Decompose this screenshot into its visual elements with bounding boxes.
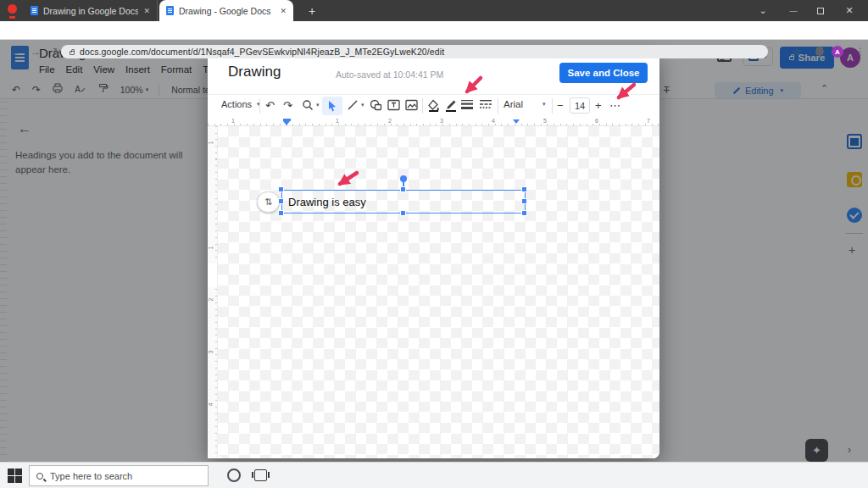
- save-and-close-button[interactable]: Save and Close: [559, 63, 648, 83]
- fill-color-tool-icon[interactable]: [427, 99, 440, 112]
- ruler-number: 6: [595, 118, 598, 124]
- bookmark-star-icon[interactable]: ☆: [787, 42, 807, 61]
- search-icon: [36, 473, 43, 480]
- ruler-number: 4: [492, 118, 495, 124]
- horizontal-ruler: [208, 118, 659, 126]
- ruler-number: 5: [543, 118, 547, 124]
- resize-handle-nw[interactable]: [278, 186, 284, 192]
- actions-label: Actions: [221, 99, 252, 109]
- border-weight-tool-icon[interactable]: [460, 99, 474, 109]
- text-box-tool-icon[interactable]: [387, 99, 400, 111]
- font-size-input[interactable]: 14: [570, 97, 590, 114]
- font-family-select[interactable]: Arial ▾: [504, 99, 546, 109]
- rotation-handle[interactable]: [400, 175, 407, 182]
- tab-close-icon[interactable]: ✕: [280, 7, 287, 15]
- insert-image-tool-icon[interactable]: [405, 99, 418, 111]
- window-menu-chevron-icon[interactable]: ⌄: [749, 0, 776, 21]
- ruler-number: 3: [440, 118, 443, 124]
- chevron-down-icon: ▾: [361, 102, 364, 108]
- ruler-number: 1: [208, 141, 214, 145]
- start-button[interactable]: [8, 469, 22, 483]
- drawing-canvas[interactable]: [218, 126, 659, 458]
- docs-favicon-icon: [166, 6, 174, 15]
- divider: [422, 98, 423, 114]
- border-dash-tool-icon[interactable]: [479, 99, 492, 109]
- search-placeholder: Type here to search: [50, 471, 132, 481]
- recording-indicator-icon: [8, 4, 17, 14]
- chevron-down-icon: ▾: [542, 101, 546, 108]
- task-view-icon[interactable]: [254, 469, 267, 481]
- ruler-number: 7: [647, 118, 650, 124]
- ruler-highlight: [208, 263, 217, 287]
- ruler-number: 3: [208, 351, 214, 354]
- actions-menu-button[interactable]: Actions ▾: [221, 99, 260, 109]
- forward-icon[interactable]: →: [25, 42, 46, 61]
- window-close-button[interactable]: ✕: [836, 0, 863, 21]
- divider: [259, 98, 260, 114]
- resize-handle-s[interactable]: [400, 210, 406, 216]
- cortana-icon[interactable]: [227, 469, 241, 482]
- taskbar-search-box[interactable]: Type here to search: [29, 465, 209, 486]
- border-color-tool-icon[interactable]: [445, 99, 457, 112]
- divider: [552, 98, 553, 114]
- new-tab-button[interactable]: +: [303, 3, 320, 19]
- browser-toolbar: ← → ↻ docs.google.com/document/d/1Nsqaf4…: [0, 21, 868, 40]
- address-bar[interactable]: docs.google.com/document/d/1Nsqaf4_PGevS…: [61, 45, 768, 58]
- ruler-number: 4: [208, 403, 214, 407]
- ruler-number: 2: [388, 118, 392, 124]
- window-maximize-button[interactable]: [807, 0, 834, 21]
- resize-handle-w[interactable]: [278, 198, 284, 204]
- drawing-dialog: Drawing Auto-saved at 10:04:41 PM Save a…: [208, 53, 659, 458]
- divider: [498, 98, 498, 114]
- browser-menu-kebab-icon[interactable]: ⋮: [850, 42, 868, 61]
- extensions-icon[interactable]: [810, 42, 830, 61]
- shape-tool-icon[interactable]: [370, 99, 382, 111]
- redo-icon[interactable]: ↷: [283, 99, 292, 112]
- recording-indicator-dash: [9, 16, 15, 19]
- window-minimize-button[interactable]: —: [780, 0, 807, 21]
- ruler-number: 1: [231, 118, 235, 124]
- undo-icon[interactable]: ↶: [265, 99, 275, 112]
- tab-close-icon[interactable]: ✕: [143, 7, 150, 15]
- ruler-number: 2: [208, 298, 214, 302]
- windows-taskbar: Type here to search L M 48% 23°C Clear ∧…: [0, 462, 868, 488]
- increase-font-size-button[interactable]: +: [595, 99, 602, 112]
- text-box-content: Drawing is easy: [288, 196, 366, 208]
- screen: Drawing in Google Docs - Googl ✕ Drawing…: [0, 0, 868, 488]
- resize-handle-sw[interactable]: [278, 210, 284, 216]
- browser-profile-avatar[interactable]: A: [832, 46, 843, 58]
- browser-tab-active[interactable]: Drawing - Google Docs ✕: [159, 0, 293, 21]
- chevron-down-icon: ▾: [316, 102, 320, 108]
- browser-tabstrip: Drawing in Google Docs - Googl ✕ Drawing…: [0, 0, 868, 21]
- decrease-font-size-button[interactable]: −: [557, 99, 564, 112]
- maximize-icon: [817, 8, 824, 14]
- zoom-tool-icon[interactable]: ▾: [302, 99, 320, 111]
- resize-handle-e[interactable]: [521, 198, 527, 204]
- ruler-number: 1: [336, 118, 339, 124]
- vertical-align-button[interactable]: ⇅: [257, 191, 280, 213]
- url-text: docs.google.com/document/d/1Nsqaf4_PGevS…: [80, 47, 444, 57]
- arrow-to-border-weight: [467, 78, 481, 92]
- https-lock-icon: [70, 51, 75, 55]
- back-icon[interactable]: ←: [5, 42, 25, 61]
- font-family-value: Arial: [504, 99, 523, 109]
- tab-title: Drawing - Google Docs: [179, 6, 275, 16]
- more-options-button[interactable]: ⋯: [609, 99, 620, 112]
- ruler-number: 1: [208, 247, 214, 250]
- line-tool-icon[interactable]: ▾: [347, 99, 364, 111]
- select-tool-icon[interactable]: [322, 97, 342, 115]
- dialog-title: Drawing: [228, 64, 281, 80]
- vertical-ruler: 1 1 2 3 4: [208, 126, 218, 458]
- resize-handle-ne[interactable]: [521, 186, 527, 192]
- browser-tab-inactive[interactable]: Drawing in Google Docs - Googl ✕: [24, 0, 158, 21]
- autosave-status: Auto-saved at 10:04:41 PM: [336, 69, 443, 80]
- tab-title: Drawing in Google Docs - Googl: [43, 6, 138, 16]
- docs-favicon-icon: [31, 6, 38, 15]
- resize-handle-se[interactable]: [521, 210, 527, 216]
- resize-handle-n[interactable]: [400, 186, 406, 192]
